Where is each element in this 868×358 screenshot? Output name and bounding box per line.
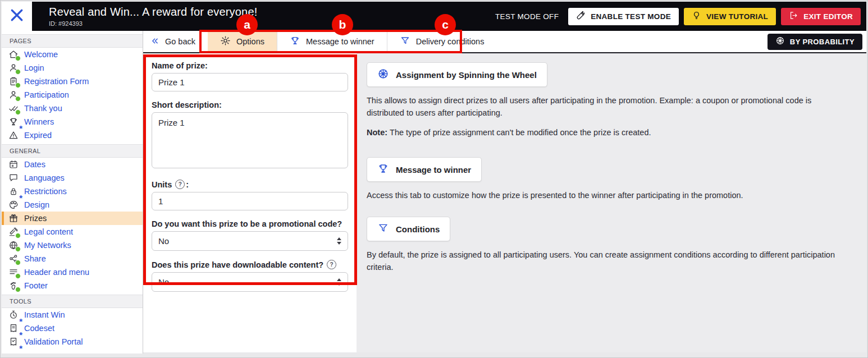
- sidebar-item-dates[interactable]: Dates: [2, 158, 143, 171]
- calendar-icon: [8, 159, 19, 170]
- sidebar-item-share[interactable]: Share: [2, 252, 143, 265]
- units-input[interactable]: [152, 192, 348, 210]
- clipboard-icon: [8, 76, 19, 87]
- sidebar-section-tools: TOOLS: [2, 295, 143, 308]
- funnel-icon: [400, 35, 410, 48]
- downloadable-content-select[interactable]: No: [152, 272, 348, 292]
- sidebar-item-participation[interactable]: Participation: [2, 88, 143, 102]
- tab-delivery-conditions[interactable]: Delivery conditions: [387, 31, 497, 52]
- sidebar-item-welcome[interactable]: Welcome: [2, 48, 143, 61]
- sidebar-item-winners[interactable]: Winners: [2, 115, 143, 128]
- sidebar-item-thank-you[interactable]: Thank you: [2, 102, 143, 115]
- lock-icon: [8, 186, 19, 197]
- enable-test-mode-button[interactable]: ENABLE TEST MODE: [568, 8, 679, 25]
- double-check-icon: [8, 103, 19, 114]
- gear-icon: [220, 35, 231, 48]
- wheel-icon: [775, 36, 785, 47]
- assignment-note: Note:The type of prize assignment can't …: [367, 127, 844, 139]
- prize-content: Name of prize: Short description: Prize …: [143, 53, 866, 352]
- ticket-check-icon: [8, 336, 19, 347]
- header-actions: TEST MODE OFF ENABLE TEST MODE VIEW TUTO…: [495, 2, 866, 31]
- sidebar-item-expired[interactable]: Expired: [2, 128, 143, 142]
- home-icon: [8, 49, 19, 60]
- conditions-card[interactable]: Conditions: [367, 217, 450, 241]
- prize-tab-bar: Go back Options Message to winner Delive…: [143, 31, 866, 53]
- select-arrows-icon: [337, 237, 341, 245]
- exit-icon: [789, 11, 798, 22]
- menu-icon: [8, 267, 19, 278]
- sidebar-item-design[interactable]: Design: [2, 198, 143, 212]
- go-back-button[interactable]: Go back: [143, 31, 208, 52]
- top-header: Reveal and Win... A reward for everyone!…: [2, 2, 866, 31]
- green-status-dot: [15, 96, 21, 102]
- assignment-description: This allows to assign direct prizes to a…: [367, 95, 844, 120]
- palette-icon: [8, 199, 19, 210]
- tab-message-to-winner[interactable]: Message to winner: [277, 31, 387, 52]
- prize-info-panel: Assignment by Spinning the Wheel This al…: [357, 53, 866, 352]
- double-chevron-left-icon: [150, 36, 160, 48]
- sidebar-item-validation-portal[interactable]: Validation Portal: [2, 335, 143, 348]
- promotion-id: ID: #924393: [49, 20, 258, 27]
- sidebar-item-footer[interactable]: Footer: [2, 279, 143, 292]
- sidebar-item-my-networks[interactable]: My Networks: [2, 238, 143, 252]
- test-tube-icon: [576, 11, 586, 22]
- sidebar-item-header-and-menu[interactable]: Header and menu: [2, 265, 143, 279]
- main-area: Go back Options Message to winner Delive…: [143, 31, 866, 354]
- sidebar-item-login[interactable]: Login: [2, 61, 143, 75]
- sidebar-item-instant-win[interactable]: Instant Win: [2, 308, 143, 322]
- message-description: Access this tab to customize how the pri…: [367, 190, 844, 202]
- short-description-label: Short description:: [152, 100, 348, 109]
- sidebar-item-prizes[interactable]: Prizes: [2, 212, 143, 225]
- globe-icon: [8, 240, 19, 251]
- share-icon: [8, 253, 19, 264]
- gavel-icon: [8, 226, 19, 237]
- sidebar-item-restrictions[interactable]: Restrictions: [2, 185, 143, 198]
- promotion-title: Reveal and Win... A reward for everyone!: [49, 6, 258, 19]
- by-probability-button[interactable]: BY PROBABILITY: [768, 34, 862, 50]
- promotion-title-block: Reveal and Win... A reward for everyone!…: [32, 2, 258, 31]
- assignment-by-wheel-card[interactable]: Assignment by Spinning the Wheel: [367, 62, 547, 87]
- tab-options[interactable]: Options: [208, 31, 277, 52]
- tab-bar-spacer: [496, 31, 767, 52]
- sidebar-item-legal-content[interactable]: Legal content: [2, 225, 143, 238]
- funnel-icon: [377, 222, 389, 236]
- green-status-dot: [15, 260, 21, 265]
- short-description-textarea[interactable]: Prize 1: [152, 112, 348, 168]
- sidebar-item-registration-form[interactable]: Registration Form: [2, 75, 143, 88]
- trophy-icon: [290, 35, 300, 48]
- sidebar-section-pages: PAGES: [2, 34, 143, 48]
- green-status-dot: [15, 287, 21, 292]
- trophy-icon: [377, 163, 389, 176]
- promotional-code-label: Do you want this prize to be a promotion…: [152, 219, 348, 228]
- user-icon: [8, 62, 19, 74]
- downloadable-content-label: Does this prize have downloadable conten…: [152, 260, 348, 269]
- green-status-dot: [15, 82, 21, 88]
- view-tutorial-button[interactable]: VIEW TUTORIAL: [684, 8, 776, 25]
- green-status-dot: [15, 273, 21, 279]
- gift-icon: [8, 213, 19, 224]
- name-of-prize-label: Name of prize:: [152, 61, 348, 70]
- user-icon: [8, 89, 19, 100]
- sidebar-section-general: GENERAL: [2, 144, 143, 158]
- name-of-prize-input[interactable]: [152, 73, 348, 91]
- exit-editor-button[interactable]: EXIT EDITOR: [781, 8, 861, 25]
- trophy-icon: [8, 116, 19, 127]
- footprint-icon: [8, 280, 19, 291]
- test-mode-status: TEST MODE OFF: [495, 12, 559, 21]
- help-icon[interactable]: ?: [327, 260, 336, 269]
- stopwatch-icon: [8, 309, 19, 320]
- wheel-icon: [377, 68, 389, 81]
- speech-bubble-icon: [8, 172, 19, 183]
- close-editor-button[interactable]: [2, 2, 32, 31]
- green-status-dot: [15, 56, 21, 61]
- help-icon[interactable]: ?: [175, 180, 185, 189]
- message-to-winner-card[interactable]: Message to winner: [367, 157, 482, 182]
- green-status-dot: [15, 69, 21, 75]
- green-status-dot: [15, 233, 21, 238]
- promotional-code-select[interactable]: No: [152, 231, 348, 251]
- ticket-icon: [8, 323, 19, 334]
- sidebar-item-codeset[interactable]: Codeset: [2, 322, 143, 335]
- blue-star-badge: [19, 346, 22, 351]
- green-status-dot: [15, 109, 21, 115]
- sidebar-item-languages[interactable]: Languages: [2, 171, 143, 185]
